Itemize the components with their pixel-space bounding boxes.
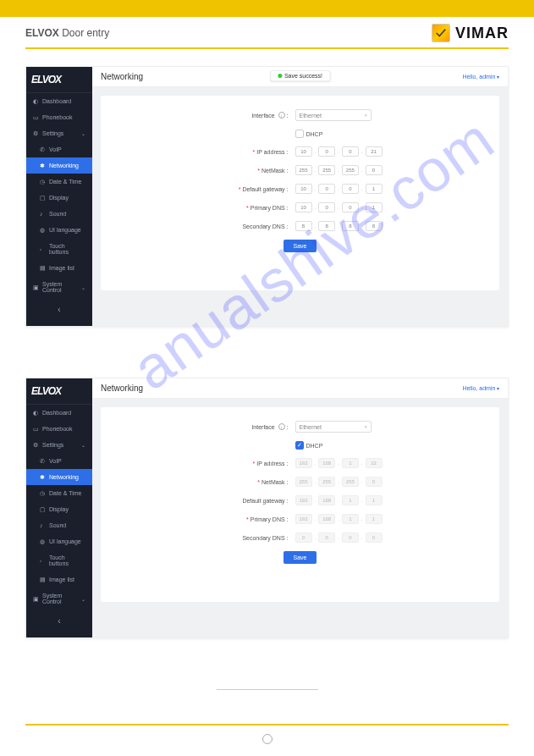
sound-icon: ♪ xyxy=(40,211,46,217)
label-netmask: *NetMask : xyxy=(187,168,289,174)
sidebar-item-voip[interactable]: ✆VoIP xyxy=(26,453,92,469)
sidebar-item-uilang[interactable]: ◍UI language xyxy=(26,222,92,238)
sidebar-item-networking[interactable]: ✱Networking xyxy=(26,469,92,485)
sidebar-item-imagelist[interactable]: ▤Image list xyxy=(26,260,92,276)
lang-icon: ◍ xyxy=(40,227,46,233)
main-panel: Networking Hello, admin Interface i : Et… xyxy=(92,378,508,637)
sidebar-item-uilang[interactable]: ◍UI language xyxy=(26,533,92,549)
user-menu[interactable]: Hello, admin xyxy=(462,385,499,391)
network-icon: ✱ xyxy=(40,474,46,480)
netmask-field: ... xyxy=(295,477,414,487)
dhcp-checkbox[interactable]: ✓ xyxy=(295,441,304,450)
sidebar-item-settings[interactable]: ⚙Settings xyxy=(26,125,92,141)
netmask-field[interactable]: ... xyxy=(295,165,414,175)
sidebar-item-display[interactable]: ▢Display xyxy=(26,190,92,206)
vendor-logo: VIMAR xyxy=(432,24,509,42)
touch-icon: ◦ xyxy=(40,246,46,252)
gateway-field: ... xyxy=(295,495,414,505)
image-icon: ▤ xyxy=(40,577,46,582)
main-topbar: Networking Hello, admin xyxy=(92,378,508,399)
vendor-name: VIMAR xyxy=(455,25,509,42)
sidebar-item-datetime[interactable]: ◷Date & Time xyxy=(26,174,92,190)
page-top-bar xyxy=(0,0,534,17)
vimar-check-icon xyxy=(432,24,450,42)
page-title: Networking xyxy=(101,72,143,81)
label-gateway: Default gateway : xyxy=(187,498,289,504)
display-icon: ▢ xyxy=(40,506,46,512)
page-title: Networking xyxy=(101,384,143,393)
ip-seg[interactable] xyxy=(295,146,312,157)
clock-icon: ◷ xyxy=(40,490,46,496)
book-icon: ▭ xyxy=(33,114,39,120)
interface-select[interactable]: Ethernet xyxy=(295,109,372,121)
sidebar-collapse[interactable]: ‹ xyxy=(26,610,92,632)
phone-icon: ✆ xyxy=(40,146,46,152)
sidebar-item-sound[interactable]: ♪Sound xyxy=(26,517,92,533)
sidebar-collapse[interactable]: ‹ xyxy=(26,298,92,321)
save-button[interactable]: Save xyxy=(284,240,317,252)
pdns-field: ... xyxy=(295,514,414,524)
label-sdns: Secondary DNS : xyxy=(187,223,289,229)
save-success-toast: Save success! xyxy=(270,70,330,81)
gateway-field[interactable]: ... xyxy=(295,184,414,194)
interface-select[interactable]: Ethernet xyxy=(295,421,372,433)
sidebar-item-imagelist[interactable]: ▤Image list xyxy=(26,571,92,588)
save-button[interactable]: Save xyxy=(284,551,317,564)
info-icon[interactable]: i xyxy=(278,423,285,430)
user-menu[interactable]: Hello, admin xyxy=(462,74,499,80)
book-icon: ▭ xyxy=(33,426,39,432)
touch-icon: ◦ xyxy=(40,558,46,564)
label-ipaddr: *IP address : xyxy=(187,149,289,155)
gear-icon: ⚙ xyxy=(33,130,39,136)
control-icon: ▣ xyxy=(33,596,39,602)
sidebar-item-dashboard[interactable]: ◐Dashboard xyxy=(26,93,92,109)
page-number-circle xyxy=(0,726,534,756)
main-topbar: Networking Save success! Hello, admin xyxy=(92,67,508,87)
sdns-field[interactable]: ... xyxy=(295,221,414,231)
gauge-icon: ◐ xyxy=(33,410,39,416)
page-header: ELVOX Door entry VIMAR xyxy=(0,17,534,46)
sidebar-item-sound[interactable]: ♪Sound xyxy=(26,206,92,222)
pdns-field[interactable]: ... xyxy=(295,202,414,212)
sidebar: ELVOX ◐Dashboard ▭Phonebook ⚙Settings ✆V… xyxy=(26,67,92,326)
form-panel: Interface i : Ethernet DHCP *IP address … xyxy=(101,96,499,290)
sidebar-item-voip[interactable]: ✆VoIP xyxy=(26,141,92,157)
sidebar-item-networking[interactable]: ✱Networking xyxy=(26,157,92,174)
sidebar-item-settings[interactable]: ⚙Settings xyxy=(26,437,92,453)
sidebar-item-datetime[interactable]: ◷Date & Time xyxy=(26,485,92,501)
clock-icon: ◷ xyxy=(40,179,46,185)
sidebar-item-dashboard[interactable]: ◐Dashboard xyxy=(26,405,92,421)
product-title: ELVOX Door entry xyxy=(25,27,109,39)
label-netmask: *NetMask : xyxy=(187,479,289,485)
sidebar-item-phonebook[interactable]: ▭Phonebook xyxy=(26,421,92,437)
sidebar-item-phonebook[interactable]: ▭Phonebook xyxy=(26,109,92,125)
info-icon[interactable]: i xyxy=(278,112,285,119)
sidebar-item-display[interactable]: ▢Display xyxy=(26,501,92,517)
label-ipaddr: *IP address : xyxy=(187,461,289,466)
screenshot-1: ELVOX ◐Dashboard ▭Phonebook ⚙Settings ✆V… xyxy=(25,66,509,327)
dhcp-label: DHCP xyxy=(306,131,323,137)
sidebar-item-syscontrol[interactable]: ▣System Control xyxy=(26,588,92,610)
ipaddr-field: ... xyxy=(295,458,414,468)
sidebar: ELVOX ◐Dashboard ▭Phonebook ⚙Settings ✆V… xyxy=(26,378,92,637)
lang-icon: ◍ xyxy=(40,538,46,544)
form-panel: Interface i : Ethernet ✓ DHCP *IP addres… xyxy=(101,407,499,602)
label-interface: Interface i : xyxy=(187,112,289,119)
control-icon: ▣ xyxy=(33,284,39,290)
sidebar-logo: ELVOX xyxy=(26,67,92,93)
label-interface: Interface i : xyxy=(187,423,289,430)
sdns-field: ... xyxy=(295,533,414,543)
sidebar-item-touch[interactable]: ◦Touch buttons xyxy=(26,238,92,260)
label-sdns: Secondary DNS : xyxy=(187,535,289,541)
dhcp-checkbox[interactable] xyxy=(295,130,304,138)
image-icon: ▤ xyxy=(40,265,46,271)
success-icon xyxy=(278,74,282,78)
sidebar-item-touch[interactable]: ◦Touch buttons xyxy=(26,549,92,571)
gauge-icon: ◐ xyxy=(33,98,39,104)
screenshot-2: ELVOX ◐Dashboard ▭Phonebook ⚙Settings ✆V… xyxy=(25,378,509,638)
gear-icon: ⚙ xyxy=(33,442,39,448)
sound-icon: ♪ xyxy=(40,522,46,528)
label-pdns: *Primary DNS : xyxy=(187,205,289,211)
sidebar-item-syscontrol[interactable]: ▣System Control xyxy=(26,276,92,298)
ipaddr-field[interactable]: ... xyxy=(295,146,414,157)
